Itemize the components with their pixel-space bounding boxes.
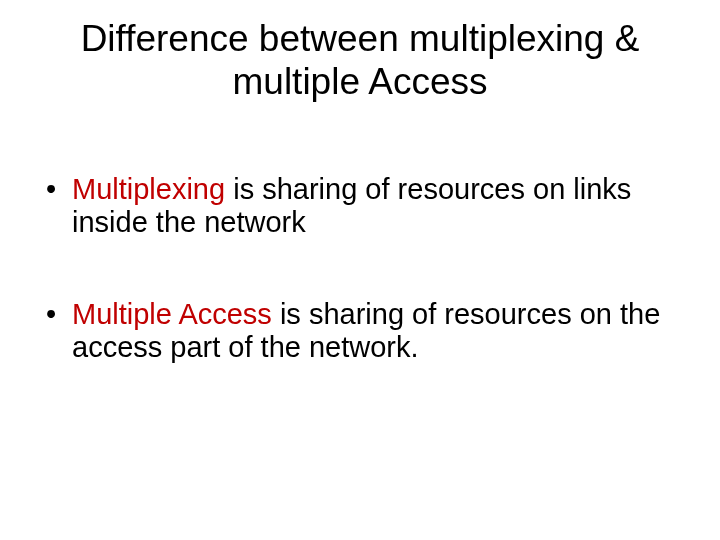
bullet-list: Multiplexing is sharing of resources on … — [40, 173, 680, 364]
term-highlight: Multiplexing — [72, 173, 225, 205]
slide-body: Multiplexing is sharing of resources on … — [40, 173, 680, 364]
list-item: Multiple Access is sharing of resources … — [40, 298, 680, 365]
slide-title: Difference between multiplexing & multip… — [40, 18, 680, 103]
list-item: Multiplexing is sharing of resources on … — [40, 173, 680, 240]
slide: Difference between multiplexing & multip… — [0, 0, 720, 540]
term-highlight: Multiple Access — [72, 298, 272, 330]
